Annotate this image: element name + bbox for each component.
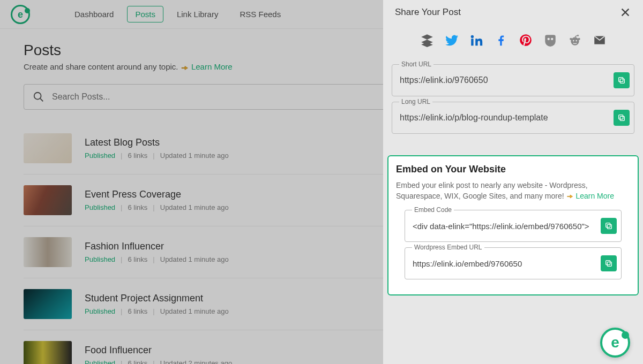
- copy-wp-url-button[interactable]: [601, 255, 617, 271]
- svg-point-4: [547, 38, 549, 40]
- wp-url-value: https://elink.io/embed/9760650: [413, 259, 595, 268]
- long-url-value: https://elink.io/p/blog-roundup-template: [400, 113, 608, 123]
- svg-rect-19: [606, 261, 610, 265]
- twitter-icon[interactable]: [445, 33, 459, 49]
- buffer-icon[interactable]: [420, 33, 434, 49]
- share-panel-header: Share Your Post: [383, 0, 643, 22]
- svg-rect-12: [620, 79, 624, 83]
- svg-point-8: [578, 38, 580, 40]
- copy-short-url-button[interactable]: [614, 72, 630, 88]
- svg-point-9: [577, 35, 578, 36]
- email-icon[interactable]: [593, 33, 607, 49]
- embed-card: Embed on Your Website Embed your elink p…: [387, 155, 639, 295]
- svg-point-11: [575, 40, 577, 42]
- embed-code-label: Embed Code: [412, 206, 454, 214]
- svg-point-7: [570, 38, 572, 40]
- embed-desc-text: Embed your elink post to nearly any webs…: [396, 181, 588, 200]
- short-url-value: https://elink.io/9760650: [400, 75, 608, 85]
- svg-point-10: [572, 40, 574, 42]
- embed-code-block: Embed Code <div data-elink="https://elin…: [405, 210, 622, 242]
- long-url-label: Long URL: [399, 98, 432, 105]
- copy-icon: [617, 113, 626, 122]
- svg-rect-14: [620, 116, 624, 120]
- embed-card-title: Embed on Your Website: [396, 164, 630, 175]
- help-fab[interactable]: e: [600, 328, 630, 358]
- svg-rect-17: [606, 223, 610, 228]
- wp-url-label: Wordpress Embed URL: [412, 244, 484, 251]
- copy-long-url-button[interactable]: [614, 110, 630, 126]
- copy-icon: [617, 76, 626, 85]
- reddit-icon[interactable]: [568, 33, 582, 49]
- pointing-hand-icon: [566, 192, 574, 200]
- copy-icon: [604, 259, 613, 268]
- svg-rect-15: [619, 115, 623, 119]
- svg-rect-13: [619, 78, 623, 82]
- svg-point-5: [551, 38, 553, 40]
- social-icons-row: [383, 22, 643, 59]
- svg-rect-16: [607, 225, 611, 229]
- close-icon[interactable]: [619, 6, 631, 18]
- linkedin-icon[interactable]: [469, 33, 483, 49]
- short-url-block: Short URL https://elink.io/9760650: [392, 64, 634, 96]
- copy-icon: [604, 222, 613, 230]
- short-url-label: Short URL: [399, 60, 433, 68]
- copy-embed-code-button[interactable]: [601, 218, 617, 234]
- facebook-icon[interactable]: [494, 33, 508, 49]
- pinterest-icon[interactable]: [519, 33, 533, 49]
- hootsuite-icon[interactable]: [543, 33, 557, 49]
- svg-point-6: [571, 37, 579, 46]
- share-panel: Share Your Post Short URL https://elink.…: [383, 0, 643, 364]
- svg-rect-18: [607, 262, 611, 267]
- embed-code-value: <div data-elink="https://elink.io/embed/…: [413, 222, 595, 231]
- wp-url-block: Wordpress Embed URL https://elink.io/emb…: [405, 247, 622, 279]
- embed-card-desc: Embed your elink post to nearly any webs…: [396, 180, 630, 201]
- long-url-block: Long URL https://elink.io/p/blog-roundup…: [392, 102, 634, 134]
- embed-learn-more-link[interactable]: Learn More: [575, 192, 614, 200]
- share-panel-title: Share Your Post: [395, 7, 461, 18]
